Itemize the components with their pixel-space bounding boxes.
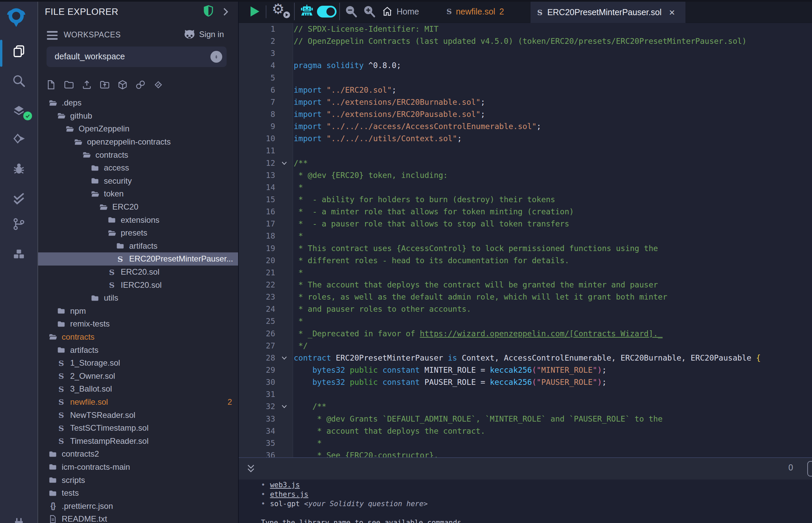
- tree-item-access[interactable]: access: [38, 161, 239, 175]
- home-icon[interactable]: [382, 6, 393, 17]
- code-line[interactable]: 6import "../ERC20.sol";: [239, 84, 812, 96]
- code-line[interactable]: 1// SPDX-License-Identifier: MIT: [239, 23, 812, 35]
- rail-debugger[interactable]: [0, 156, 37, 181]
- collapse-terminal-icon[interactable]: [246, 464, 255, 474]
- code-line[interactable]: 29 bytes32 public constant MINTER_ROLE =…: [239, 364, 812, 376]
- code-line[interactable]: 33 * @dev Grants `DEFAULT_ADMIN_ROLE`, `…: [239, 413, 812, 425]
- zoom-in-icon[interactable]: [363, 5, 376, 18]
- code-line[interactable]: 28contract ERC20PresetMinterPauser is Co…: [239, 352, 812, 364]
- new-folder-icon[interactable]: [64, 78, 74, 91]
- upload-file-icon[interactable]: [81, 78, 92, 91]
- tree-item-erc20presetminterpauser-[interactable]: SERC20PresetMinterPauser...: [38, 252, 239, 266]
- code-line[interactable]: 13 * @dev {ERC20} token, including:: [239, 169, 812, 181]
- code-line[interactable]: 20 * different roles - head to its docum…: [239, 254, 812, 267]
- code-line[interactable]: 10import "../../../utils/Context.sol";: [239, 132, 812, 145]
- tree-item-security[interactable]: security: [38, 175, 239, 188]
- clone-link-icon[interactable]: [135, 78, 146, 91]
- code-line[interactable]: 2// OpenZeppelin Contracts (last updated…: [239, 35, 812, 47]
- rail-file-explorer[interactable]: [0, 39, 37, 64]
- tree-item-1-storage-sol[interactable]: S1_Storage.sol: [38, 357, 239, 370]
- code-editor[interactable]: 1// SPDX-License-Identifier: MIT2// Open…: [239, 23, 812, 457]
- rail-unit-testing[interactable]: [0, 186, 37, 211]
- terminal-link[interactable]: ethers.js: [270, 490, 308, 499]
- code-line[interactable]: 26 * _Deprecated in favor of https://wiz…: [239, 327, 812, 340]
- new-file-icon[interactable]: [46, 78, 56, 91]
- publish-workspace-icon[interactable]: [117, 78, 128, 91]
- rail-search[interactable]: [0, 68, 37, 93]
- terminal-link[interactable]: web3.js: [270, 481, 300, 489]
- code-line[interactable]: 21 *: [239, 267, 812, 279]
- close-tab-icon[interactable]: ×: [669, 7, 675, 18]
- code-line[interactable]: 35 *: [239, 437, 812, 449]
- code-line[interactable]: 27 */: [239, 340, 812, 352]
- workspaces-menu-icon[interactable]: [47, 31, 58, 40]
- tree-item-openzeppelin[interactable]: OpenZeppelin: [38, 122, 239, 136]
- code-line[interactable]: 23 * roles, as well as the default admin…: [239, 291, 812, 303]
- remix-logo[interactable]: [4, 5, 28, 29]
- terminal-output[interactable]: •web3.js•ethers.js•sol-gpt <your Solidit…: [239, 480, 812, 523]
- code-line[interactable]: 7import "../extensions/ERC20Burnable.sol…: [239, 96, 812, 108]
- tab-home[interactable]: Home: [396, 0, 419, 23]
- tree-item-token[interactable]: token: [38, 187, 239, 200]
- tree-item-newtsreader-sol[interactable]: SNewTSReader.sol: [38, 409, 239, 421]
- workspace-select-arrows-icon[interactable]: [210, 51, 222, 63]
- zoom-out-icon[interactable]: [345, 5, 357, 18]
- code-line[interactable]: 18 *: [239, 230, 812, 242]
- tree-item-erc20-sol[interactable]: SERC20.sol: [38, 266, 239, 279]
- code-line[interactable]: 36 * See {ERC20-constructor}.: [239, 449, 812, 457]
- ai-assistant-robot-icon[interactable]: [300, 4, 314, 19]
- tree-item-2-owner-sol[interactable]: S2_Owner.sol: [38, 369, 239, 382]
- tree-item-3-ballot-sol[interactable]: S3_Ballot.sol: [38, 382, 239, 396]
- tree-item-newfile-sol[interactable]: Snewfile.sol2: [38, 396, 239, 409]
- rail-plugin-blocks[interactable]: [0, 241, 37, 267]
- tab-newfile[interactable]: S newfile.sol 2: [446, 0, 504, 23]
- fold-chevron-icon[interactable]: [275, 400, 293, 413]
- tree-item--deps[interactable]: .deps: [38, 96, 239, 109]
- shield-icon[interactable]: [202, 5, 214, 18]
- rail-plugin-manager[interactable]: [0, 511, 37, 523]
- tree-item-contracts[interactable]: contracts: [38, 330, 239, 344]
- tree-item-tests[interactable]: tests: [38, 487, 239, 500]
- tree-item-github[interactable]: github: [38, 109, 239, 123]
- terminal-search-input[interactable]: [807, 461, 812, 476]
- code-line[interactable]: 12/**: [239, 157, 812, 169]
- tree-item-contracts2[interactable]: contracts2: [38, 448, 239, 461]
- tree-item-testsctimestamp-sol[interactable]: STestSCTimestamp.sol: [38, 421, 239, 435]
- rail-deploy-and-run[interactable]: [0, 127, 37, 152]
- tree-item-presets[interactable]: presets: [38, 227, 239, 240]
- code-line[interactable]: 8import "../extensions/ERC20Pausable.sol…: [239, 108, 812, 120]
- code-line[interactable]: 25 *: [239, 315, 812, 327]
- tree-item-npm[interactable]: npm: [38, 305, 239, 318]
- tree-item-contracts[interactable]: contracts: [38, 148, 239, 161]
- fold-chevron-icon[interactable]: [275, 352, 293, 364]
- code-line[interactable]: 16 * - a minter role that allows for tok…: [239, 205, 812, 218]
- git-init-icon[interactable]: [153, 78, 163, 91]
- upload-folder-icon[interactable]: [99, 78, 110, 91]
- sign-in-button[interactable]: Sign in: [183, 29, 224, 40]
- chevron-right-icon[interactable]: [220, 7, 230, 17]
- tree-item-readme-txt[interactable]: README.txt: [38, 512, 239, 523]
- code-line[interactable]: 15 * - ability for holders to burn (dest…: [239, 194, 812, 205]
- code-line[interactable]: 9import "../../../access/AccessControlEn…: [239, 120, 812, 132]
- rail-solidity-compiler[interactable]: [0, 99, 37, 124]
- workspace-select[interactable]: default_workspace: [47, 47, 227, 67]
- code-line[interactable]: 34 * account that deploys the contract.: [239, 425, 812, 437]
- tree-item-artifacts[interactable]: artifacts: [38, 240, 239, 253]
- ai-copilot-toggle[interactable]: [317, 6, 337, 18]
- tree-item-timestampreader-sol[interactable]: STimestampReader.sol: [38, 434, 239, 448]
- code-line[interactable]: 32 /**: [239, 400, 812, 413]
- code-line[interactable]: 4pragma solidity ^0.8.0;: [239, 59, 812, 71]
- tab-erc20presetminterpauser[interactable]: S ERC20PresetMinterPauser.sol ×: [530, 2, 686, 23]
- tree-item-remix-tests[interactable]: remix-tests: [38, 318, 239, 330]
- code-line[interactable]: 24 * and pauser roles to other accounts.: [239, 303, 812, 315]
- code-line[interactable]: 14 *: [239, 181, 812, 194]
- code-line[interactable]: 17 * - a pauser role that allows to stop…: [239, 218, 812, 230]
- code-line[interactable]: 22 * The account that deploys the contra…: [239, 279, 812, 291]
- tree-item-extensions[interactable]: extensions: [38, 213, 239, 227]
- tree-item--prettierrc-json[interactable]: {}.prettierrc.json: [38, 500, 239, 512]
- fold-chevron-icon[interactable]: [275, 157, 293, 169]
- rail-git[interactable]: [0, 212, 37, 237]
- code-line[interactable]: 5: [239, 72, 812, 84]
- tree-item-scripts[interactable]: scripts: [38, 473, 239, 487]
- code-line[interactable]: 31: [239, 388, 812, 400]
